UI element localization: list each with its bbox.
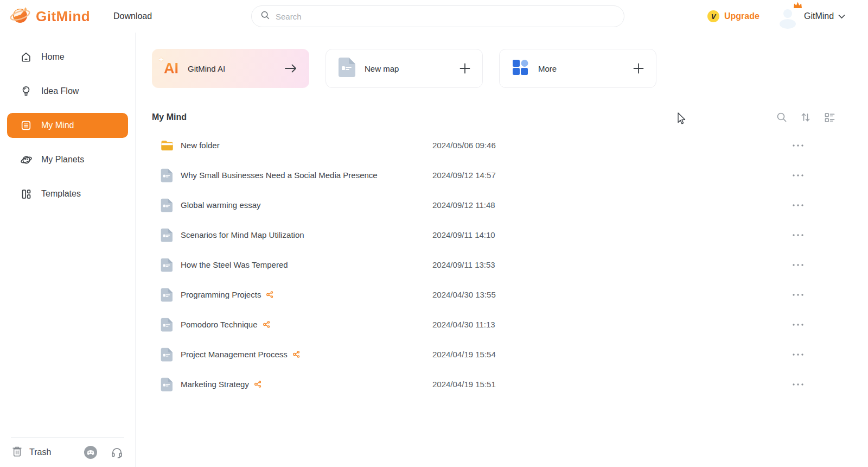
my-mind-icon [20,119,33,132]
file-name: Project Management Process [181,339,301,369]
sidebar-item-my-planets[interactable]: My Planets [7,147,128,172]
file-name: Marketing Strategy [181,369,262,399]
row-more-icon[interactable] [786,280,810,310]
sidebar-item-label: My Mind [41,121,74,130]
quick-action-cards: ✦ AI GitMind AI New map [152,49,852,88]
sort-icon[interactable] [800,112,811,123]
sidebar-item-label: My Planets [41,155,84,165]
card-label: New map [365,64,399,73]
file-modified-date: 2024/04/30 13:55 [432,280,496,310]
file-name: New folder [181,130,220,160]
account-name: GitMind [804,11,834,21]
row-more-icon[interactable] [786,160,810,190]
mindmap-doc-icon [161,168,173,182]
file-row[interactable]: Pomodoro Technique 2024/04/30 11:13 [152,310,852,339]
crown-icon [793,1,802,11]
sidebar-item-my-mind[interactable]: My Mind [7,113,128,138]
trash-button[interactable]: Trash [12,446,51,459]
trash-icon [12,446,22,459]
sidebar: Home Idea Flow [0,33,136,467]
more-grid-icon [512,59,529,78]
gitmind-ai-card[interactable]: ✦ AI GitMind AI [152,49,309,88]
file-row[interactable]: New folder 2024/05/06 09:46 [152,130,852,160]
shared-icon [254,380,262,388]
planet-icon [20,153,33,166]
row-more-icon[interactable] [786,220,810,250]
sidebar-item-templates[interactable]: Templates [7,181,128,206]
vip-badge-icon: V [707,10,719,22]
section-header: My Mind [152,109,852,126]
file-modified-date: 2024/09/12 11:48 [432,190,495,220]
file-name: Pomodoro Technique [181,310,271,339]
file-modified-date: 2024/05/06 09:46 [432,130,496,160]
file-row[interactable]: Marketing Strategy 2024/04/19 15:51 [152,369,852,399]
sidebar-item-home[interactable]: Home [7,45,128,70]
file-row[interactable]: Why Small Businesses Need a Social Media… [152,160,852,190]
file-row[interactable]: Global warming essay 2024/09/12 11:48 [152,190,852,220]
plus-icon [459,63,470,74]
file-modified-date: 2024/09/11 14:10 [432,220,495,250]
idea-flow-icon [20,85,33,98]
view-mode-icon[interactable] [824,112,835,123]
row-more-icon[interactable] [786,190,810,220]
list-search-icon[interactable] [776,112,787,123]
file-row[interactable]: Project Management Process 2024/04/19 15… [152,339,852,369]
card-label: More [538,64,557,73]
headset-icon[interactable] [111,446,123,459]
shared-icon [266,291,274,299]
sidebar-item-idea-flow[interactable]: Idea Flow [7,79,128,104]
file-modified-date: 2024/04/30 11:13 [432,310,495,339]
file-modified-date: 2024/04/19 15:51 [432,369,496,399]
mindmap-doc-icon [161,348,173,362]
sidebar-item-label: Home [41,52,65,62]
chevron-down-icon [838,11,845,21]
file-name: Scenarios for Mind Map Utilization [181,220,304,250]
gitmind-logo[interactable]: GitMind [9,0,90,33]
nav-download[interactable]: Download [113,0,152,33]
upgrade-label: Upgrade [724,11,760,21]
row-more-icon[interactable] [786,130,810,160]
home-icon [20,51,33,64]
file-row[interactable]: Programming Projects 2024/04/30 13:55 [152,280,852,310]
templates-icon [20,187,33,200]
section-title: My Mind [152,112,187,122]
mindmap-doc-icon [161,198,173,212]
sidebar-item-label: Templates [41,189,81,199]
new-map-card[interactable]: New map [326,49,483,88]
plus-icon [633,63,644,74]
top-header: GitMind Download V Upgrade GitMind [0,0,868,33]
trash-label: Trash [29,447,51,457]
discord-icon[interactable] [84,445,98,459]
file-name: Programming Projects [181,280,274,310]
search-bar[interactable] [251,5,624,27]
card-label: GitMind AI [188,64,225,73]
sidebar-item-label: Idea Flow [41,86,79,96]
gitmind-logo-text: GitMind [36,8,90,25]
file-modified-date: 2024/09/12 14:57 [432,160,496,190]
main-content: ✦ AI GitMind AI New map [152,33,852,467]
upgrade-button[interactable]: V Upgrade [707,0,760,33]
shared-icon [263,320,271,329]
mindmap-doc-icon [161,258,173,272]
row-more-icon[interactable] [786,310,810,339]
file-row[interactable]: Scenarios for Mind Map Utilization 2024/… [152,220,852,250]
file-row[interactable]: How the Steel Was Tempered 2024/09/11 13… [152,250,852,280]
folder-icon [161,140,174,151]
mindmap-doc-icon [161,318,173,332]
more-card[interactable]: More [499,49,656,88]
mindmap-doc-icon [161,377,173,392]
sidebar-footer: Trash [0,437,135,467]
row-more-icon[interactable] [786,250,810,280]
arrow-right-icon [284,64,297,73]
file-list: New folder 2024/05/06 09:46 Why Small Bu… [152,130,852,399]
row-more-icon[interactable] [786,369,810,399]
file-name: Global warming essay [181,190,261,220]
file-modified-date: 2024/09/11 13:53 [432,250,495,280]
file-modified-date: 2024/04/19 15:54 [432,339,496,369]
mindmap-doc-icon [161,288,173,302]
account-menu[interactable]: GitMind [777,0,845,33]
search-input[interactable] [276,12,615,21]
row-more-icon[interactable] [786,339,810,369]
file-name: Why Small Businesses Need a Social Media… [181,160,378,190]
ai-badge-icon: ✦ AI [164,61,178,76]
